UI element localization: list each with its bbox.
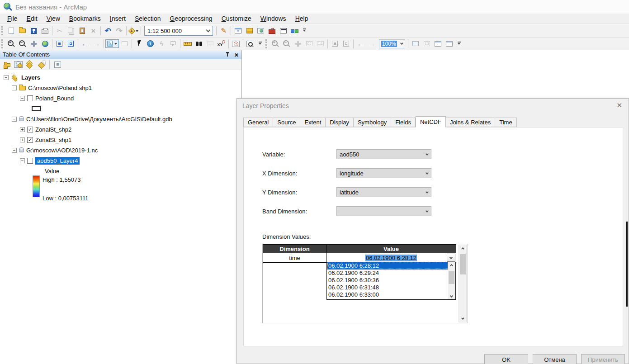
list-by-visibility-icon[interactable]	[24, 59, 34, 70]
dimension-cell[interactable]: time	[263, 253, 326, 262]
scroll-down-icon[interactable]	[461, 317, 464, 320]
layout-fixed-zoom-in-icon[interactable]	[330, 38, 340, 49]
undo-icon[interactable]	[103, 25, 113, 36]
tree-label-zonalst-shp2[interactable]: ZonalSt_shp2	[35, 126, 71, 133]
go-to-xy-icon[interactable]	[216, 38, 227, 49]
list-by-selection-icon[interactable]	[36, 59, 47, 70]
python-window-icon[interactable]	[278, 25, 288, 36]
find-route-icon[interactable]	[205, 38, 215, 49]
zoom-whole-page-icon[interactable]	[304, 38, 314, 49]
clear-selection-icon[interactable]	[119, 38, 130, 49]
band-dimension-combo[interactable]	[336, 206, 431, 216]
menu-selection[interactable]: Selection	[130, 14, 166, 23]
collapse-icon[interactable]	[12, 117, 17, 122]
tab-general[interactable]: General	[243, 118, 273, 127]
dialog-title-bar[interactable]: Layer Properties	[237, 99, 629, 112]
arctoolbox-icon[interactable]	[267, 25, 277, 36]
tree-label-poland-bound[interactable]: Poland_Bound	[35, 95, 74, 102]
toolbar-grip[interactable]	[1, 39, 3, 48]
menu-customize[interactable]: Customize	[217, 14, 256, 23]
y-dimension-combo[interactable]: latitude	[336, 187, 431, 197]
toggle-draft-mode-icon[interactable]	[410, 38, 421, 49]
arccatalog-icon[interactable]	[244, 25, 255, 36]
layout-go-forward-icon[interactable]	[367, 38, 377, 49]
layout-go-back-icon[interactable]	[355, 38, 366, 49]
layout-pan-icon[interactable]	[293, 38, 303, 49]
menu-view[interactable]: View	[42, 14, 65, 23]
collapse-icon[interactable]	[12, 85, 17, 90]
table-scrollbar-thumb[interactable]	[460, 254, 466, 274]
collapse-icon[interactable]	[12, 148, 17, 153]
dropdown-item-selected[interactable]: 06.02.1900 6:28:12	[327, 262, 455, 269]
expand-icon[interactable]	[20, 127, 25, 132]
open-folder-icon[interactable]	[17, 25, 28, 36]
tree-label-zonalst-shp1[interactable]: ZonalSt_shp1	[35, 137, 71, 143]
tab-joins-relates[interactable]: Joins & Relates	[446, 118, 495, 127]
measure-icon[interactable]	[182, 38, 193, 49]
value-dropdown-button[interactable]	[447, 254, 455, 262]
go-back-extent-icon[interactable]	[80, 38, 90, 49]
tab-source[interactable]: Source	[273, 118, 300, 127]
paste-icon[interactable]	[77, 25, 87, 36]
callout-icon[interactable]	[168, 38, 178, 49]
select-elements-icon[interactable]	[134, 38, 144, 49]
data-driven-pages-icon[interactable]	[444, 38, 454, 49]
menu-bookmarks[interactable]: Bookmarks	[65, 14, 105, 23]
cut-icon[interactable]	[54, 25, 65, 36]
zoom-out-icon[interactable]	[17, 38, 28, 49]
cancel-button[interactable]: Отмена	[533, 354, 577, 364]
time-slider-icon[interactable]	[231, 38, 241, 49]
add-data-icon[interactable]	[128, 25, 139, 36]
dropdown-item[interactable]: 06.02.1900 6:29:24	[327, 269, 455, 277]
full-extent-icon[interactable]	[40, 38, 50, 49]
ok-button[interactable]: OK	[484, 354, 528, 364]
tree-label-layers[interactable]: Layers	[21, 74, 40, 81]
tree-label-folder[interactable]: G:\moscow\Poland shp1	[28, 85, 92, 91]
collapse-icon[interactable]	[20, 158, 25, 163]
layout-zoom-in-icon[interactable]	[270, 38, 280, 49]
save-icon[interactable]	[28, 25, 39, 36]
apply-button[interactable]: Применить	[581, 354, 625, 364]
right-edge-scrollbar[interactable]	[626, 222, 628, 307]
map-scale-combo[interactable]: 1:12 500 000	[144, 26, 213, 36]
zoom-1-1-icon[interactable]	[315, 38, 326, 49]
scroll-up-icon[interactable]	[461, 247, 464, 251]
tab-fields[interactable]: Fields	[391, 118, 416, 127]
scroll-up-icon[interactable]	[450, 264, 453, 267]
menu-file[interactable]: File	[3, 14, 22, 23]
tab-extent[interactable]: Extent	[300, 118, 326, 127]
dropdown-scrollbar-thumb[interactable]	[449, 271, 454, 284]
catalog-window-icon[interactable]	[255, 25, 266, 36]
html-popup-icon[interactable]	[156, 38, 167, 49]
layer-visibility-checkbox[interactable]	[27, 137, 33, 143]
tab-symbology[interactable]: Symbology	[354, 118, 391, 127]
identify-icon[interactable]	[145, 38, 156, 49]
toolbar-overflow-button[interactable]	[456, 41, 462, 47]
scroll-down-icon[interactable]	[450, 294, 453, 298]
menu-windows[interactable]: Windows	[256, 14, 291, 23]
copy-icon[interactable]	[66, 25, 76, 36]
close-icon[interactable]	[616, 101, 622, 109]
tree-label-nc[interactable]: G:\moscow\AOD\2019-1.nc	[26, 147, 98, 154]
select-features-button[interactable]	[105, 39, 119, 48]
new-document-icon[interactable]	[6, 25, 16, 36]
pan-icon[interactable]	[28, 38, 39, 49]
menu-insert[interactable]: Insert	[105, 14, 130, 23]
modelbuilder-icon[interactable]	[289, 25, 300, 36]
expand-icon[interactable]	[20, 137, 25, 142]
menu-geoprocessing[interactable]: Geoprocessing	[165, 14, 217, 23]
zoom-in-icon[interactable]	[6, 38, 16, 49]
dropdown-item[interactable]: 06.02.1900 6:33:00	[327, 291, 455, 298]
toolbar-overflow-button[interactable]	[257, 41, 263, 47]
fixed-zoom-out-icon[interactable]	[66, 38, 76, 49]
pin-icon[interactable]	[225, 52, 230, 57]
layout-toolbar-grip[interactable]	[265, 39, 267, 48]
layer-visibility-checkbox[interactable]	[27, 127, 33, 132]
change-layout-icon[interactable]	[433, 38, 443, 49]
variable-combo[interactable]: aod550	[336, 149, 431, 159]
toolbar-overflow-button[interactable]	[302, 28, 307, 34]
viewer-window-icon[interactable]	[245, 38, 255, 49]
editor-sketch-icon[interactable]	[218, 25, 229, 36]
toc-options-icon[interactable]	[52, 59, 63, 70]
tree-label-gdb[interactable]: C:\Users\filon\OneDrive\Документы\ArcGIS…	[26, 116, 172, 123]
